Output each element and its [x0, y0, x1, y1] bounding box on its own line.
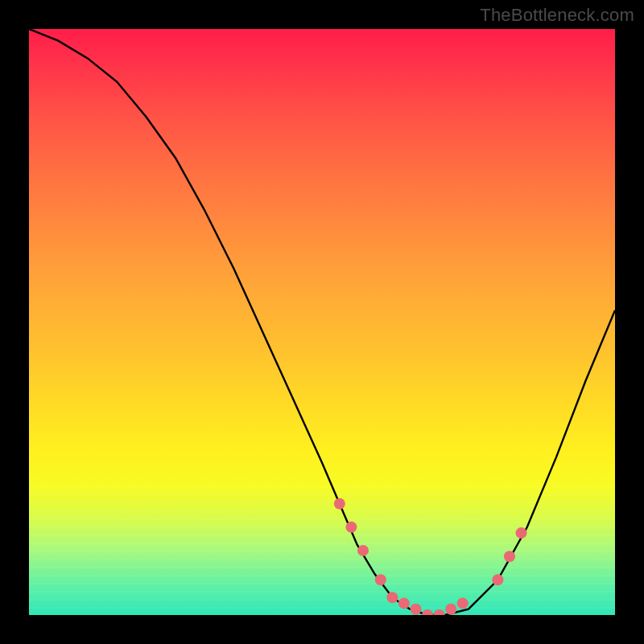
curve-dot — [398, 597, 410, 609]
curve-dot — [375, 574, 386, 585]
watermark-text: TheBottleneck.com — [480, 5, 634, 26]
curve-svg — [29, 29, 615, 615]
curve-dot — [334, 498, 345, 510]
curve-dot — [492, 574, 503, 585]
bottleneck-curve — [29, 29, 615, 615]
curve-dot — [357, 545, 369, 556]
curve-dot — [386, 592, 398, 603]
curve-dot — [504, 551, 515, 562]
curve-dots-group — [334, 498, 527, 615]
curve-dot — [516, 527, 527, 539]
curve-dot — [445, 604, 456, 615]
curve-dot — [434, 609, 445, 615]
curve-dot — [457, 597, 469, 609]
curve-dot — [345, 522, 357, 533]
chart-frame: TheBottleneck.com — [0, 0, 644, 644]
plot-area — [29, 29, 615, 615]
curve-dot — [422, 609, 433, 615]
curve-dot — [411, 604, 422, 615]
